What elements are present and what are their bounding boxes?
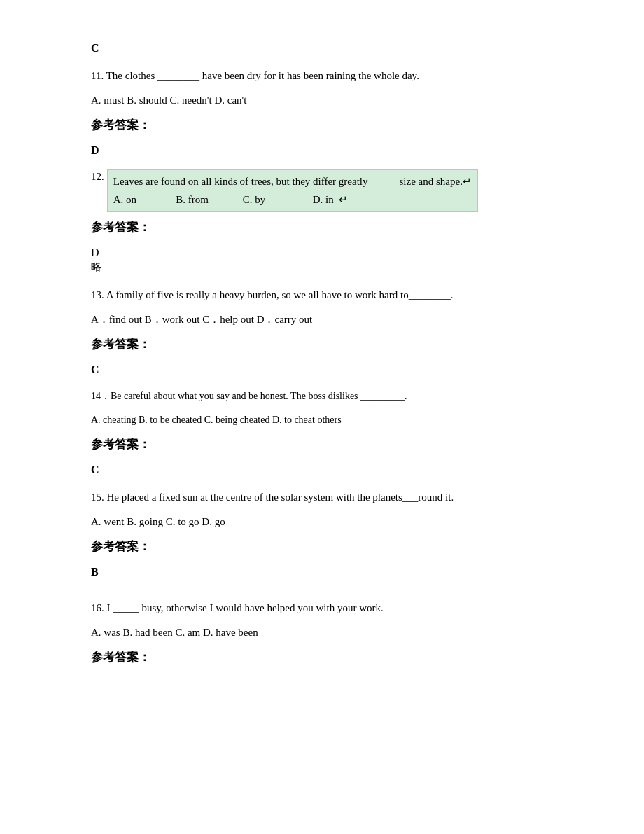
question-15-ref-label: 参考答案：	[91, 538, 553, 555]
question-11-ref-label: 参考答案：	[91, 117, 553, 133]
question-14-section: 14．Be careful about what you say and be …	[91, 389, 553, 476]
question-15-section: 15. He placed a fixed sun at the centre …	[91, 489, 553, 578]
question-11-options: A. must B. should C. needn't D. can't	[91, 91, 553, 110]
question-14-ref-label: 参考答案：	[91, 436, 553, 452]
question-16-text: 16. I _____ busy, otherwise I would have…	[91, 599, 553, 616]
question-15-text: 15. He placed a fixed sun at the centre …	[91, 489, 553, 506]
question-12-ref-label: 参考答案：	[91, 219, 553, 235]
question-16-section: 16. I _____ busy, otherwise I would have…	[91, 599, 553, 665]
top-answer-section: C	[91, 42, 553, 55]
question-11-answer: D	[91, 144, 553, 157]
question-14-answer: C	[91, 464, 553, 476]
question-15-answer: B	[91, 566, 553, 578]
question-12-highlight: Leaves are found on all kinds of trees, …	[107, 169, 478, 212]
question-16-ref-label: 参考答案：	[91, 649, 553, 665]
question-11-text: 11. The clothes ________ have been dry f…	[91, 67, 553, 84]
question-15-options: A. went B. going C. to go D. go	[91, 513, 553, 531]
question-14-options: A. cheating B. to be cheated C. being ch…	[91, 411, 553, 429]
question-14-text: 14．Be careful about what you say and be …	[91, 389, 553, 404]
question-16-options: A. was B. had been C. am D. have been	[91, 623, 553, 642]
question-13-answer: C	[91, 363, 553, 376]
question-12-answer: D	[91, 246, 553, 259]
question-13-options: A．find out B．work out C．help out D．carry…	[91, 310, 553, 329]
question-12-container: 12. Leaves are found on all kinds of tre…	[91, 169, 553, 214]
top-answer: C	[91, 42, 553, 55]
question-11-section: 11. The clothes ________ have been dry f…	[91, 67, 553, 157]
question-12-note: 略	[91, 260, 553, 274]
question-13-text: 13. A family of five is really a heavy b…	[91, 286, 553, 303]
question-12-section: 12. Leaves are found on all kinds of tre…	[91, 169, 553, 274]
question-13-section: 13. A family of five is really a heavy b…	[91, 286, 553, 376]
question-12-content: Leaves are found on all kinds of trees, …	[107, 169, 478, 214]
question-12-number: 12.	[91, 171, 104, 183]
question-13-ref-label: 参考答案：	[91, 336, 553, 352]
